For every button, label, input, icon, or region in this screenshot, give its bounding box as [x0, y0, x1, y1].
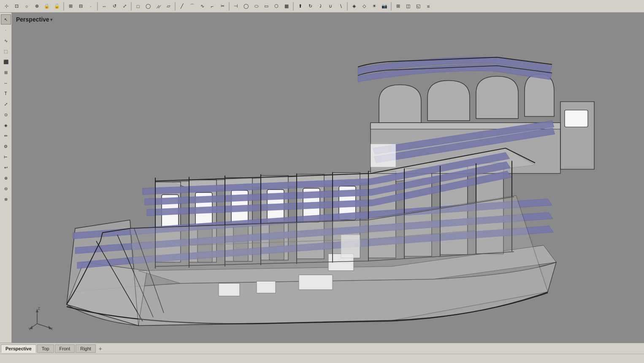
sidebar-btn-utility[interactable]: ⚙ — [1, 141, 11, 151]
sidebar-btn-drafting[interactable]: ✏ — [1, 131, 11, 141]
toolbar-btn-light[interactable]: ☀ — [370, 2, 379, 11]
toolbar-btn-point[interactable]: · — [86, 2, 95, 11]
axis-svg: z x y — [29, 305, 54, 330]
viewport-tabs-bar: PerspectiveTopFrontRight+ — [0, 343, 644, 354]
toolbar-btn-render[interactable]: ◈ — [349, 2, 359, 11]
toolbar-btn-plane[interactable]: ▱ — [164, 2, 173, 11]
tab-right[interactable]: Right — [76, 344, 96, 353]
toolbar-btn-lasso[interactable]: ○ — [22, 2, 31, 11]
svg-text:y: y — [29, 326, 31, 330]
main-toolbar: ⊹⊡○⊕🔒🔓⊞⊟·↔↺⤢□◯⌭▱╱⌒∿⌐✂⊣◯⬭▭⬡▦⬆↻⤸∪∖◈◇☀📷⊞◫◱≡ — [0, 0, 644, 13]
toolbar-btn-move[interactable]: ↔ — [100, 2, 109, 11]
tab-add-button[interactable]: + — [97, 345, 104, 352]
toolbar-separator-7 — [391, 2, 392, 11]
sidebar-btn-point[interactable]: · — [1, 25, 11, 35]
toolbar-btn-bool-union[interactable]: ∪ — [326, 2, 335, 11]
toolbar-btn-extrude[interactable]: ⬆ — [295, 2, 305, 11]
toolbar-btn-line[interactable]: ╱ — [177, 2, 187, 11]
toolbar-btn-revolve[interactable]: ↻ — [306, 2, 315, 11]
toolbar-btn-ellipse[interactable]: ⬭ — [252, 2, 261, 11]
toolbar-btn-layers[interactable]: ≡ — [424, 2, 433, 11]
viewport-dropdown-arrow[interactable]: ▾ — [50, 17, 52, 22]
toolbar-separator-2 — [131, 2, 132, 11]
sidebar-btn-add1[interactable]: ⊕ — [1, 173, 11, 183]
toolbar-btn-polygon[interactable]: ⬡ — [272, 2, 281, 11]
svg-rect-42 — [371, 144, 396, 167]
toolbar-btn-sweep[interactable]: ⤸ — [316, 2, 325, 11]
sidebar-btn-mesh[interactable]: ⊞ — [1, 67, 11, 77]
toolbar-btn-ortho[interactable]: ⊟ — [76, 2, 85, 11]
toolbar-separator-6 — [347, 2, 348, 11]
toolbar-btn-rectangle[interactable]: ▭ — [262, 2, 271, 11]
toolbar-separator-5 — [293, 2, 294, 11]
sidebar-btn-history[interactable]: ↩ — [1, 162, 11, 172]
toolbar-btn-sphere[interactable]: ◯ — [143, 2, 153, 11]
sidebar-btn-transform[interactable]: ⤢ — [1, 99, 11, 109]
sidebar-btn-add2[interactable]: ⊖ — [1, 183, 11, 194]
toolbar-btn-unlock[interactable]: 🔓 — [52, 2, 62, 11]
svg-text:x: x — [51, 326, 53, 330]
sidebar-btn-curve[interactable]: ∿ — [1, 35, 11, 46]
toolbar-btn-bool-diff[interactable]: ∖ — [336, 2, 345, 11]
svg-line-47 — [37, 324, 50, 328]
axis-indicator: z x y — [29, 305, 54, 330]
sidebar-btn-add3[interactable]: ⊗ — [1, 194, 11, 204]
toolbar-btn-rotate[interactable]: ↺ — [110, 2, 119, 11]
toolbar-btn-box[interactable]: □ — [133, 2, 143, 11]
boat-3d-model — [12, 13, 644, 343]
toolbar-separator-3 — [175, 2, 176, 11]
svg-rect-27 — [565, 110, 588, 127]
sidebar-btn-constraint[interactable]: ⊢ — [1, 152, 11, 162]
toolbar-separator-0 — [63, 2, 64, 11]
toolbar-btn-fillet[interactable]: ⌐ — [208, 2, 217, 11]
tab-top[interactable]: Top — [37, 344, 54, 353]
toolbar-btn-material[interactable]: ◇ — [360, 2, 369, 11]
toolbar-btn-extend[interactable]: ⊣ — [231, 2, 241, 11]
sidebar-btn-select[interactable]: ↖ — [1, 14, 11, 25]
toolbar-btn-hatch[interactable]: ▦ — [282, 2, 291, 11]
toolbar-btn-lock[interactable]: 🔒 — [42, 2, 51, 11]
toolbar-btn-arc[interactable]: ⌒ — [187, 2, 197, 11]
sidebar-btn-surface[interactable]: ⬚ — [1, 46, 11, 56]
toolbar-btn-circle[interactable]: ◯ — [241, 2, 251, 11]
toolbar-btn-snap[interactable]: ⊞ — [66, 2, 75, 11]
tab-front[interactable]: Front — [55, 344, 75, 353]
sidebar-btn-text[interactable]: T — [1, 88, 11, 98]
toolbar-btn-cylinder[interactable]: ⌭ — [154, 2, 163, 11]
main-layout: ↖·∿⬚⬛⊞↔T⤢⊙◈✏⚙⊢↩⊕⊖⊗ Perspective ▾ — [0, 13, 644, 343]
toolbar-btn-select[interactable]: ⊹ — [2, 2, 11, 11]
svg-text:z: z — [38, 306, 40, 311]
boat-svg — [12, 13, 644, 343]
sidebar-btn-dimension[interactable]: ↔ — [1, 78, 11, 88]
toolbar-btn-camera[interactable]: 📷 — [380, 2, 389, 11]
sidebar-btn-solid[interactable]: ⬛ — [1, 57, 11, 67]
toolbar-btn-curve[interactable]: ∿ — [198, 2, 207, 11]
toolbar-separator-1 — [97, 2, 98, 11]
sidebar-btn-render[interactable]: ◈ — [1, 120, 11, 130]
toolbar-btn-trim[interactable]: ✂ — [218, 2, 227, 11]
status-bar — [0, 354, 644, 363]
toolbar-btn-scale[interactable]: ⤢ — [120, 2, 129, 11]
sidebar-btn-analyze[interactable]: ⊙ — [1, 109, 11, 120]
viewport-3d[interactable]: Perspective ▾ — [12, 13, 644, 343]
tab-perspective[interactable]: Perspective — [1, 344, 36, 353]
toolbar-btn-display[interactable]: ◱ — [414, 2, 423, 11]
viewport-name: Perspective — [16, 16, 49, 23]
viewport-label-container[interactable]: Perspective ▾ — [16, 16, 52, 23]
left-sidebar: ↖·∿⬚⬛⊞↔T⤢⊙◈✏⚙⊢↩⊕⊖⊗ — [0, 13, 12, 343]
toolbar-btn-mesh[interactable]: ⊞ — [393, 2, 403, 11]
toolbar-separator-4 — [229, 2, 230, 11]
toolbar-btn-paint[interactable]: ⊕ — [32, 2, 41, 11]
toolbar-btn-subd[interactable]: ◫ — [403, 2, 413, 11]
toolbar-btn-window-select[interactable]: ⊡ — [12, 2, 21, 11]
